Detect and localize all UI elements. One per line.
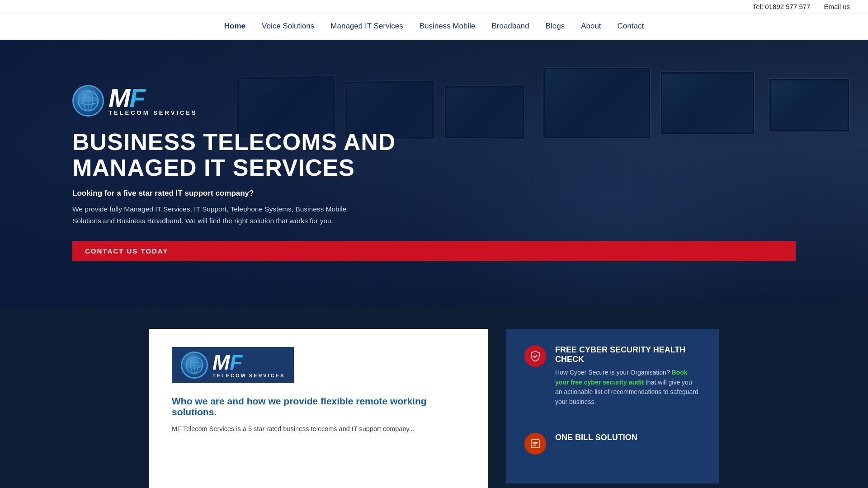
logo-box-globe-icon [181,352,208,379]
feature-content-cyber: FREE CYBER SECURITY HEALTH CHECK How Cyb… [555,345,701,407]
feature-divider [524,420,701,420]
hero-logo-m: M [108,85,129,111]
feature-item-bill: ONE BILL SOLUTION [524,433,701,455]
hero-logo-text: M F TELECOM SERVICES [108,85,198,116]
hero-section: M F TELECOM SERVICES BUSINESS TELECOMS A… [0,40,868,306]
hero-subtitle: Looking for a five star rated IT support… [72,189,796,198]
below-hero-section: M F TELECOM SERVICES Who we are and how … [0,306,868,488]
nav-broadband[interactable]: Broadband [491,20,529,33]
logo-box-sub: TELECOM SERVICES [212,373,285,378]
left-card-logo: M F TELECOM SERVICES [172,347,466,383]
feature-heading-bill: ONE BILL SOLUTION [555,433,637,442]
hero-heading: BUSINESS TELECOMS AND MANAGED IT SERVICE… [72,129,479,181]
hero-logo: M F TELECOM SERVICES [72,85,796,117]
nav-blogs[interactable]: Blogs [546,20,565,33]
nav-contact[interactable]: Contact [618,20,644,33]
logo-box-m: M [212,352,230,373]
hero-logo-f: F [129,85,144,111]
nav-voice-solutions[interactable]: Voice Solutions [262,20,314,33]
phone-number: Tel: 01892 577 577 [753,3,811,10]
left-card-body: MF Telecom Services is a 5 star rated bu… [172,424,466,434]
logo-box-text: M F TELECOM SERVICES [212,352,285,378]
feature-item-cyber: FREE CYBER SECURITY HEALTH CHECK How Cyb… [524,345,701,407]
hero-description: We provide fully Managed IT Services, IT… [72,203,371,226]
hero-content: M F TELECOM SERVICES BUSINESS TELECOMS A… [0,40,868,306]
nav-home[interactable]: Home [224,20,245,33]
nav-business-mobile[interactable]: Business Mobile [420,20,476,33]
below-hero-inner: M F TELECOM SERVICES Who we are and how … [140,329,728,488]
feature-icon-cyber [524,345,546,367]
top-bar: Tel: 01892 577 577 Email us [0,0,868,14]
left-card: M F TELECOM SERVICES Who we are and how … [149,329,488,488]
logo-box-f: F [230,352,242,373]
email-link[interactable]: Email us [824,3,850,10]
hero-logo-sub: TELECOM SERVICES [108,109,198,116]
hero-logo-globe-icon [72,85,104,117]
feature-body-cyber: How Cyber Secure is your Organisation? B… [555,368,701,407]
hero-cta-button[interactable]: CONTACT US TODAY [72,241,796,261]
feature-heading-cyber: FREE CYBER SECURITY HEALTH CHECK [555,345,701,364]
logo-box: M F TELECOM SERVICES [172,347,294,383]
main-nav: Home Voice Solutions Managed IT Services… [0,14,868,40]
nav-about[interactable]: About [581,20,601,33]
feature-content-bill: ONE BILL SOLUTION [555,433,637,446]
feature-icon-bill [524,433,546,455]
right-card: FREE CYBER SECURITY HEALTH CHECK How Cyb… [506,329,719,483]
left-card-heading: Who we are and how we provide flexible r… [172,396,466,418]
nav-managed-it-services[interactable]: Managed IT Services [330,20,403,33]
